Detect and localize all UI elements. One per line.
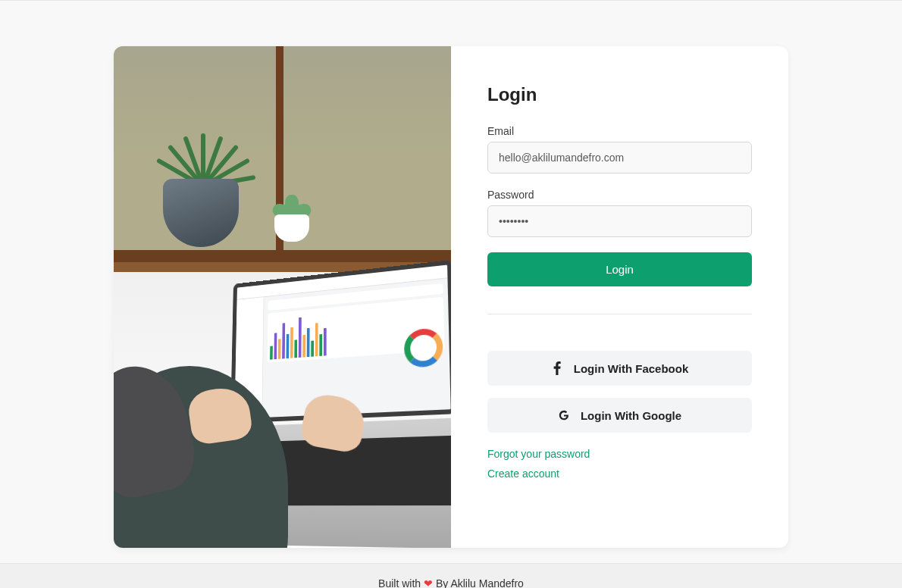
heart-icon: ❤	[424, 577, 433, 588]
create-account-link[interactable]: Create account	[487, 466, 752, 481]
password-label: Password	[487, 189, 752, 201]
google-icon	[558, 408, 570, 422]
login-form-panel: Login Email Password Login Login With Fa…	[451, 46, 788, 548]
login-button[interactable]: Login	[487, 252, 752, 286]
login-google-label: Login With Google	[581, 409, 681, 422]
footer: Built with ❤ By Aklilu Mandefro	[0, 563, 902, 588]
login-illustration	[114, 46, 451, 548]
login-google-button[interactable]: Login With Google	[487, 398, 752, 433]
login-facebook-button[interactable]: Login With Facebook	[487, 351, 752, 386]
footer-suffix: By Aklilu Mandefro	[436, 577, 524, 588]
footer-prefix: Built with	[378, 577, 421, 588]
email-label: Email	[487, 125, 752, 137]
page-title: Login	[487, 84, 752, 105]
login-button-label: Login	[606, 263, 634, 276]
login-facebook-label: Login With Facebook	[574, 362, 689, 375]
facebook-icon	[551, 361, 563, 375]
login-card: Login Email Password Login Login With Fa…	[114, 46, 788, 548]
divider	[487, 314, 752, 314]
email-field[interactable]	[487, 142, 752, 174]
forgot-password-link[interactable]: Forgot your password	[487, 446, 752, 461]
password-field[interactable]	[487, 205, 752, 237]
